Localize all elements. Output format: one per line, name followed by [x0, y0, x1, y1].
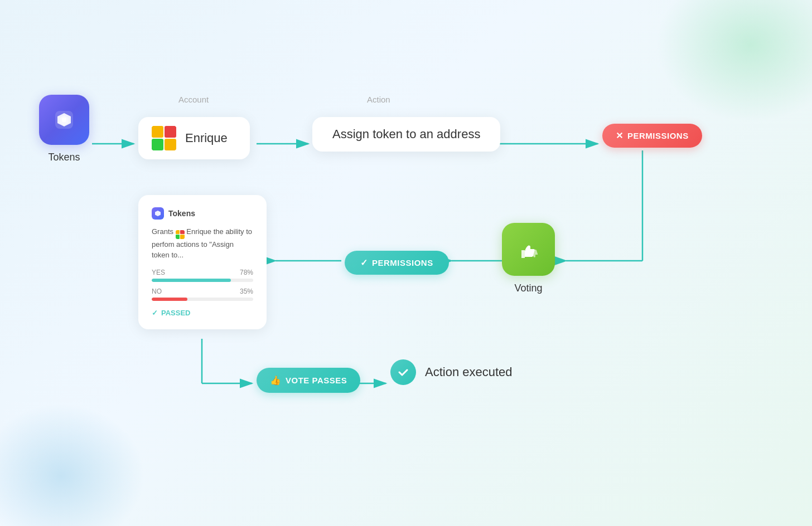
no-vote-row: NO 35% — [152, 288, 253, 301]
voting-icon — [502, 223, 555, 276]
voting-icon-svg — [514, 235, 544, 265]
no-bar-fill — [152, 298, 187, 301]
no-label: NO — [152, 288, 162, 295]
action-executed: Action executed — [390, 359, 513, 385]
yes-bar-track — [152, 279, 253, 282]
account-name: Enrique — [185, 131, 228, 145]
voting-app: Voting — [502, 223, 555, 294]
tokens-app-icon — [39, 95, 89, 145]
desc-middle: Enrique — [186, 227, 211, 236]
action-executed-check-icon — [390, 359, 416, 385]
vote-card-header: Tokens — [152, 207, 253, 220]
permissions-granted-check-icon: ✓ — [360, 257, 368, 268]
no-vote-header: NO 35% — [152, 288, 253, 295]
yes-vote-header: YES 78% — [152, 269, 253, 276]
vote-enrique-mini — [176, 230, 185, 239]
permissions-granted-label: PERMISSIONS — [372, 258, 433, 267]
svg-rect-14 — [62, 118, 66, 122]
permissions-granted-badge[interactable]: ✓ PERMISSIONS — [345, 251, 449, 275]
tokens-label: Tokens — [48, 152, 80, 163]
permissions-denied-badge[interactable]: ✕ PERMISSIONS — [602, 124, 702, 148]
account-card[interactable]: Enrique — [138, 117, 250, 159]
passed-check-icon: ✓ — [152, 309, 158, 317]
vote-detail-card: Tokens Grants Enrique the ability to per… — [138, 195, 267, 329]
vote-passes-label: VOTE PASSES — [286, 376, 347, 385]
vote-card-description: Grants Enrique the ability to perfom act… — [152, 226, 253, 261]
action-card[interactable]: Assign token to an address — [312, 117, 500, 152]
vote-card-app-name: Tokens — [168, 209, 195, 218]
yes-bar-fill — [152, 279, 231, 282]
permissions-denied-label: PERMISSIONS — [627, 131, 689, 140]
vote-card-app-icon — [152, 207, 164, 220]
desc-prefix: Grants — [152, 227, 173, 236]
passed-label: PASSED — [161, 309, 191, 317]
yes-pct: 78% — [240, 269, 253, 276]
permissions-denied-x-icon: ✕ — [616, 130, 623, 141]
enrique-avatar — [151, 125, 177, 152]
action-executed-text: Action executed — [425, 365, 513, 379]
account-column-label: Account — [178, 95, 209, 104]
tokens-icon-svg — [51, 106, 78, 133]
action-text: Assign token to an address — [332, 127, 480, 141]
yes-vote-row: YES 78% — [152, 269, 253, 282]
yes-label: YES — [152, 269, 165, 276]
tokens-app: Tokens — [39, 95, 89, 163]
action-column-label: Action — [367, 95, 390, 104]
no-bar-track — [152, 298, 253, 301]
no-pct: 35% — [240, 288, 253, 295]
enrique-mini-avatar — [176, 230, 185, 239]
vote-passes-thumb-icon: 👍 — [270, 375, 281, 386]
vote-passed-badge: ✓ PASSED — [152, 309, 253, 317]
main-canvas: Tokens Account Action Enrique Assign tok… — [0, 0, 812, 526]
voting-label: Voting — [514, 283, 542, 294]
vote-passes-badge[interactable]: 👍 VOTE PASSES — [257, 368, 360, 393]
